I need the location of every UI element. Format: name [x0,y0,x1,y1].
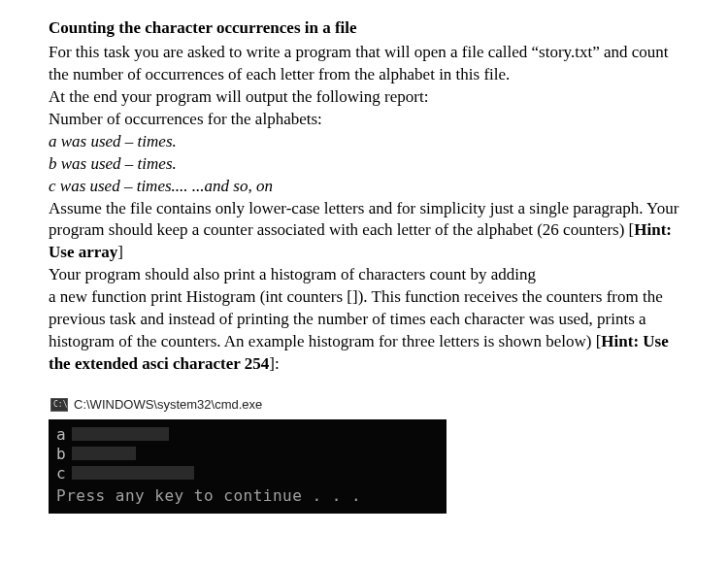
press-any-key: Press any key to continue . . . [56,485,439,507]
cmd-icon-text: C:\ [53,401,67,409]
histogram-text-a: Your program should also print a histogr… [49,265,536,283]
histogram-text-b: a new function print Histogram (int coun… [49,287,663,350]
histogram-bar [72,466,194,480]
cmd-icon: C:\ [50,398,68,412]
histogram-row-c: c [56,464,439,483]
histogram-row-a: a [56,425,439,445]
example-line-a: a was used – times. [49,131,679,153]
assume-text-a: Assume the file contains only lower-case… [49,199,678,240]
terminal-titlebar: C:\ C:\WINDOWS\system32\cmd.exe [49,393,679,419]
doc-title: Counting the character occurrences in a … [49,17,679,40]
histogram-bar [72,427,169,441]
histogram-text-c: ]: [269,354,279,373]
histogram-label: b [56,444,72,465]
example-line-c: c was used – times.... ...and so, on [49,176,679,198]
histogram-label: a [56,424,72,446]
assume-text-b: ] [117,243,123,261]
paragraph-report-header: At the end your program will output the … [49,86,679,109]
terminal-title-text: C:\WINDOWS\system32\cmd.exe [74,396,262,414]
histogram-row-b: b [56,445,439,464]
terminal-window: C:\ C:\WINDOWS\system32\cmd.exe a b c Pr… [49,393,679,514]
histogram-bar [72,447,136,460]
paragraph-intro: For this task you are asked to write a p… [49,42,679,86]
paragraph-occurrences-header: Number of occurrences for the alphabets: [49,109,679,131]
paragraph-assume: Assume the file contains only lower-case… [49,198,679,265]
histogram-label: c [56,463,72,484]
document-body: Counting the character occurrences in a … [49,17,679,514]
paragraph-histogram: Your program should also print a histogr… [49,264,679,376]
example-line-b: b was used – times. [49,153,679,176]
terminal-body: a b c Press any key to continue . . . [49,419,447,515]
